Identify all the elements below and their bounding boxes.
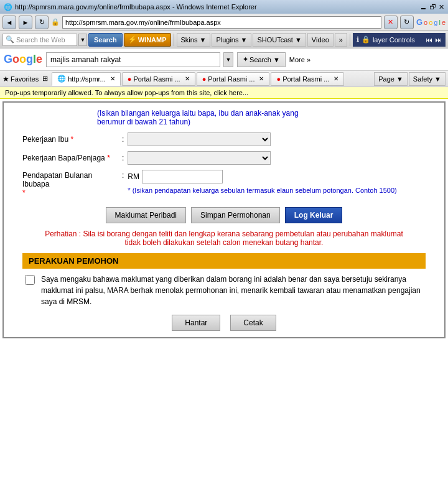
- close-tab-icon[interactable]: ✕: [110, 75, 115, 82]
- cetak-button[interactable]: Cetak: [230, 315, 276, 331]
- skins-menu[interactable]: Skins ▼: [177, 33, 211, 47]
- popup-notice[interactable]: Pop-ups temporarily allowed. To always a…: [0, 87, 448, 99]
- web-search-box[interactable]: 🔍 Search the Web: [2, 34, 77, 46]
- maklumat-peribadi-button[interactable]: Maklumat Peribadi: [106, 207, 186, 223]
- close-tab3-icon[interactable]: ✕: [259, 75, 264, 82]
- bottom-button-row: Hantar Cetak: [22, 315, 426, 331]
- close-tab4-icon[interactable]: ✕: [334, 75, 338, 82]
- minimize-btn[interactable]: 🗕: [420, 3, 427, 11]
- required-mark3: *: [22, 188, 26, 197]
- address-input[interactable]: [62, 16, 381, 29]
- main-content: (Isikan bilangan keluarga iaitu bapa, ib…: [2, 101, 446, 338]
- pendapatan-row: Pendapatan Bulanan Ibubapa * : RM * (Isi…: [22, 170, 426, 197]
- safety-menu[interactable]: Safety ▼: [409, 72, 446, 86]
- portal1-icon: ●: [128, 75, 132, 83]
- stop-button[interactable]: ✕: [384, 16, 398, 29]
- title-text: http://spmrsm.mara.gov.my/online/frmIbub…: [15, 3, 257, 11]
- controls-icon: ℹ: [357, 35, 359, 44]
- pendapatan-label: Pendapatan Bulanan Ibubapa *: [22, 170, 122, 197]
- google-search-button[interactable]: ✦ Search ▼: [237, 52, 286, 67]
- google-text-small2: o: [429, 19, 432, 26]
- required-mark: *: [70, 135, 73, 144]
- close-tab2-icon[interactable]: ✕: [185, 75, 190, 82]
- search-placeholder: Search the Web: [16, 36, 65, 44]
- favorites-icon: ★: [2, 75, 9, 83]
- colon2: :: [122, 154, 124, 162]
- google-dropdown-arrow[interactable]: ▼: [223, 52, 233, 67]
- portal2-icon: ●: [202, 75, 207, 83]
- browser-tools: Page ▼ Safety ▼: [374, 72, 446, 86]
- restore-btn[interactable]: 🗗: [429, 3, 436, 11]
- favorites-bar: ★ Favorites ⊞ 🌐 http://spmr... ✕ ● Porta…: [0, 71, 448, 87]
- income-note: * (Isikan pendapatan keluarga sebulan te…: [128, 187, 396, 194]
- required-mark2: *: [107, 154, 110, 162]
- google-more-link[interactable]: More »: [289, 56, 310, 63]
- search-star-icon: ✦: [243, 55, 248, 63]
- separator: [174, 34, 174, 46]
- portal3-icon: ●: [276, 75, 281, 83]
- form-hint: (Isikan bilangan keluarga iaitu bapa, ib…: [22, 109, 426, 126]
- warning-line2: tidak boleh dilakukan setelah calon mene…: [22, 238, 426, 247]
- hint-line2: berumur di bawah 21 tahun): [97, 118, 426, 126]
- google-text-small: o: [424, 19, 427, 26]
- dropdown-arrow-search[interactable]: ▼: [78, 34, 87, 46]
- winamp-icon: ⚡: [128, 35, 137, 44]
- tab-portal2[interactable]: ● Portal Rasmi ... ✕: [197, 72, 270, 86]
- more-menu[interactable]: »: [335, 33, 347, 47]
- tab-portal1[interactable]: ● Portal Rasmi ... ✕: [122, 72, 195, 86]
- section-header: PERAKUAN PEMOHON: [22, 253, 426, 269]
- next-icon[interactable]: ⏭: [435, 36, 442, 44]
- refresh-button[interactable]: ↻: [35, 16, 49, 29]
- button-row: Maklumat Peribadi Simpan Permohonan Log …: [22, 207, 426, 223]
- lock-icon: 🔒: [51, 18, 60, 26]
- google-text-small3: g: [434, 19, 437, 26]
- declaration-checkbox-area: [25, 275, 35, 287]
- search-icon: 🔍: [6, 35, 14, 44]
- active-tab[interactable]: 🌐 http://spmr... ✕: [52, 72, 121, 86]
- separator2: [350, 34, 350, 46]
- ie-icon: 🌐: [57, 75, 66, 83]
- colon3: :: [122, 170, 124, 180]
- pekerjaan-bapa-select[interactable]: [128, 151, 271, 165]
- plugins-menu[interactable]: Plugins ▼: [212, 33, 251, 47]
- browser-icon: 🌐: [4, 3, 12, 11]
- warning-text: Perhatian : Sila isi borang dengan telit…: [22, 230, 426, 247]
- prev-icon[interactable]: ⏮: [426, 36, 432, 44]
- forward-button[interactable]: ►: [19, 16, 32, 29]
- google-logo: Google: [4, 53, 42, 66]
- search-button[interactable]: Search: [88, 33, 123, 47]
- shoutcast-menu[interactable]: SHOUTcast ▼: [253, 33, 306, 47]
- declaration-row: Saya mengaku bahawa maklumat yang diberi…: [22, 274, 426, 307]
- google-bar: Google ▼ ✦ Search ▼ More »: [0, 49, 448, 71]
- title-bar: 🌐 http://spmrsm.mara.gov.my/online/frmIb…: [0, 0, 448, 14]
- tab-portal3[interactable]: ● Portal Rasmi ... ✕: [271, 72, 344, 86]
- back-button[interactable]: ◄: [2, 16, 16, 29]
- controls-lock-icon: 🔒: [362, 35, 370, 44]
- hint-line1: (Isikan bilangan keluarga iaitu bapa, ib…: [97, 109, 426, 118]
- controls-bar: ℹ 🔒 layer Controls ⏮ ⏭: [353, 33, 446, 47]
- hantar-button[interactable]: Hantar: [172, 315, 220, 331]
- google-search-input[interactable]: [46, 52, 220, 67]
- popup-notice-text: Pop-ups temporarily allowed. To always a…: [5, 89, 248, 96]
- rm-prefix: RM: [128, 172, 139, 181]
- google-logo-small: G: [416, 17, 422, 27]
- google-text-small5: e: [442, 19, 446, 26]
- simpan-permohonan-button[interactable]: Simpan Permohonan: [191, 207, 280, 223]
- pendapatan-input[interactable]: [142, 170, 223, 183]
- close-btn[interactable]: ✕: [439, 3, 444, 11]
- grid-icon: ⊞: [42, 75, 48, 83]
- log-keluar-button[interactable]: Log Keluar: [285, 207, 343, 223]
- refresh-button2[interactable]: ↻: [400, 16, 414, 29]
- page-menu[interactable]: Page ▼: [374, 72, 408, 86]
- pekerjaan-bapa-label: Pekerjaan Bapa/Penjaga *: [22, 154, 122, 162]
- pekerjaan-ibu-label: Pekerjaan Ibu *: [22, 135, 122, 144]
- declaration-checkbox[interactable]: [25, 275, 35, 285]
- address-bar: ◄ ► ↻ 🔒 ✕ ↻ G o o g l e: [0, 14, 448, 31]
- warning-line1: Perhatian : Sila isi borang dengan telit…: [22, 230, 426, 238]
- video-menu[interactable]: Video: [307, 33, 334, 47]
- declaration-text: Saya mengaku bahawa maklumat yang diberi…: [41, 274, 423, 307]
- winamp-button[interactable]: ⚡ WINAMP: [124, 33, 171, 47]
- colon1: :: [122, 135, 124, 144]
- pekerjaan-bapa-row: Pekerjaan Bapa/Penjaga * :: [22, 151, 426, 165]
- pekerjaan-ibu-select[interactable]: [128, 132, 271, 146]
